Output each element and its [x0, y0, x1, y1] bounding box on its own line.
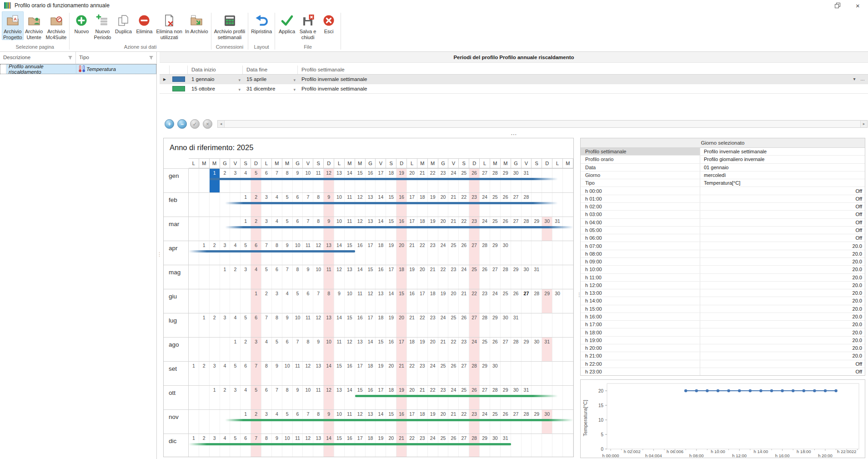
day-cell[interactable]: 22 — [428, 386, 438, 409]
day-cell[interactable]: 24 — [448, 169, 459, 192]
day-cell[interactable]: 22 — [428, 169, 438, 192]
day-cell[interactable]: 21 — [459, 289, 469, 313]
day-cell[interactable]: 9 — [272, 434, 282, 457]
day-cell[interactable]: 27 — [511, 193, 522, 217]
day-cell[interactable]: 31 — [501, 434, 511, 457]
day-cell[interactable]: 20 — [386, 434, 396, 457]
day-cell[interactable]: 3 — [261, 217, 272, 241]
day-cell[interactable]: 26 — [459, 241, 469, 265]
day-cell[interactable]: 20 — [396, 313, 407, 337]
day-cell[interactable]: 27 — [459, 434, 469, 457]
hour-value[interactable]: 20.0 — [700, 243, 865, 249]
day-cell[interactable]: 4 — [230, 313, 241, 337]
day-cell[interactable]: 1 — [241, 217, 251, 241]
hour-value[interactable]: Off — [700, 204, 865, 209]
day-cell[interactable]: 30 — [511, 386, 522, 409]
day-cell[interactable]: 6 — [251, 313, 261, 337]
scroll-right-icon[interactable]: ▸ — [860, 121, 867, 127]
hour-value[interactable]: 20.0 — [700, 314, 865, 319]
day-cell[interactable]: 30 — [532, 338, 542, 361]
day-cell[interactable]: 7 — [261, 241, 272, 265]
day-cell[interactable]: 31 — [511, 313, 522, 337]
filter-icon[interactable] — [149, 55, 154, 61]
day-cell[interactable]: 21 — [448, 410, 459, 434]
day-cell[interactable]: 17 — [407, 193, 417, 217]
day-cell[interactable]: 29 — [522, 338, 532, 361]
day-cell[interactable]: 24 — [480, 217, 490, 241]
hour-value[interactable]: 20.0 — [700, 267, 865, 272]
hour-value[interactable]: 20.0 — [700, 322, 865, 327]
day-cell[interactable]: 2 — [220, 169, 231, 192]
day-cell[interactable]: 29 — [480, 434, 490, 457]
day-cell[interactable]: 19 — [438, 289, 449, 313]
day-cell[interactable]: 17 — [376, 169, 386, 192]
day-cell[interactable]: 8 — [282, 386, 293, 409]
day-cell[interactable]: 7 — [303, 217, 313, 241]
day-cell[interactable]: 9 — [313, 338, 324, 361]
day-cell[interactable]: 26 — [501, 217, 511, 241]
day-cell[interactable]: 5 — [293, 289, 303, 313]
day-cell[interactable]: 15 — [366, 265, 376, 289]
day-cell[interactable]: 4 — [220, 362, 231, 385]
day-cell[interactable]: 1 — [210, 169, 220, 192]
day-cell[interactable]: 23 — [438, 386, 449, 409]
day-cell[interactable]: 13 — [366, 410, 376, 434]
day-cell[interactable]: 4 — [251, 265, 261, 289]
day-cell[interactable]: 20 — [417, 265, 428, 289]
day-cell[interactable]: 28 — [522, 217, 532, 241]
periods-h-scrollbar[interactable]: ◂ ▸ — [217, 120, 868, 128]
day-cell[interactable]: 29 — [511, 265, 522, 289]
day-cell[interactable]: 4 — [220, 434, 231, 457]
day-cell[interactable]: 22 — [459, 410, 469, 434]
day-cell[interactable]: 16 — [396, 217, 407, 241]
day-cell[interactable]: 13 — [324, 313, 334, 337]
day-cell[interactable]: 6 — [293, 193, 303, 217]
day-cell[interactable]: 5 — [282, 217, 293, 241]
day-cell[interactable]: 17 — [376, 386, 386, 409]
day-cell[interactable]: 13 — [366, 217, 376, 241]
day-cell[interactable]: 9 — [282, 313, 293, 337]
day-cell[interactable]: 1 — [199, 241, 210, 265]
period-profile-cell[interactable]: Profilo invernale settimanale — [298, 86, 868, 91]
day-cell[interactable]: 22 — [407, 434, 417, 457]
day-cell[interactable]: 19 — [386, 313, 396, 337]
day-cell[interactable]: 28 — [469, 434, 480, 457]
day-cell[interactable]: 23 — [469, 410, 480, 434]
day-cell[interactable]: 6 — [303, 289, 313, 313]
day-cell[interactable]: 27 — [501, 338, 511, 361]
day-cell[interactable]: 15 — [345, 313, 355, 337]
day-cell[interactable]: 13 — [355, 338, 366, 361]
day-cell[interactable]: 11 — [293, 434, 303, 457]
day-cell[interactable]: 20 — [386, 362, 396, 385]
day-cell[interactable]: 19 — [376, 362, 386, 385]
day-cell[interactable]: 3 — [230, 386, 241, 409]
day-cell[interactable]: 10 — [313, 265, 324, 289]
hour-value[interactable]: Off — [700, 227, 865, 233]
hour-value[interactable]: Off — [700, 235, 865, 241]
filter-icon[interactable] — [68, 55, 73, 61]
column-header-tipo[interactable]: Tipo — [76, 52, 156, 64]
day-cell[interactable]: 20 — [407, 386, 417, 409]
day-cell[interactable]: 16 — [407, 289, 417, 313]
day-cell[interactable]: 20 — [407, 169, 417, 192]
profile-dropdown-button[interactable]: ▾ — [851, 76, 858, 83]
hour-value[interactable]: Off — [700, 220, 865, 225]
day-cell[interactable]: 28 — [490, 386, 501, 409]
day-cell[interactable]: 31 — [522, 169, 532, 192]
day-cell[interactable]: 24 — [469, 338, 480, 361]
day-cell[interactable]: 16 — [345, 362, 355, 385]
day-cell[interactable]: 10 — [282, 362, 293, 385]
day-cell[interactable]: 28 — [522, 410, 532, 434]
day-cell[interactable]: 14 — [386, 289, 396, 313]
ribbon-button-archivio-mc4suite[interactable]: Archivio Mc4Suite — [45, 11, 68, 40]
day-cell[interactable]: 16 — [345, 434, 355, 457]
day-cell[interactable]: 18 — [386, 386, 396, 409]
day-cell[interactable]: 4 — [230, 241, 241, 265]
day-cell[interactable]: 4 — [282, 289, 293, 313]
day-cell[interactable]: 27 — [469, 241, 480, 265]
day-cell[interactable]: 7 — [251, 362, 261, 385]
day-cell[interactable]: 20 — [438, 410, 449, 434]
day-cell[interactable]: 24 — [428, 434, 438, 457]
day-cell[interactable]: 16 — [386, 338, 396, 361]
day-cell[interactable]: 8 — [303, 338, 313, 361]
